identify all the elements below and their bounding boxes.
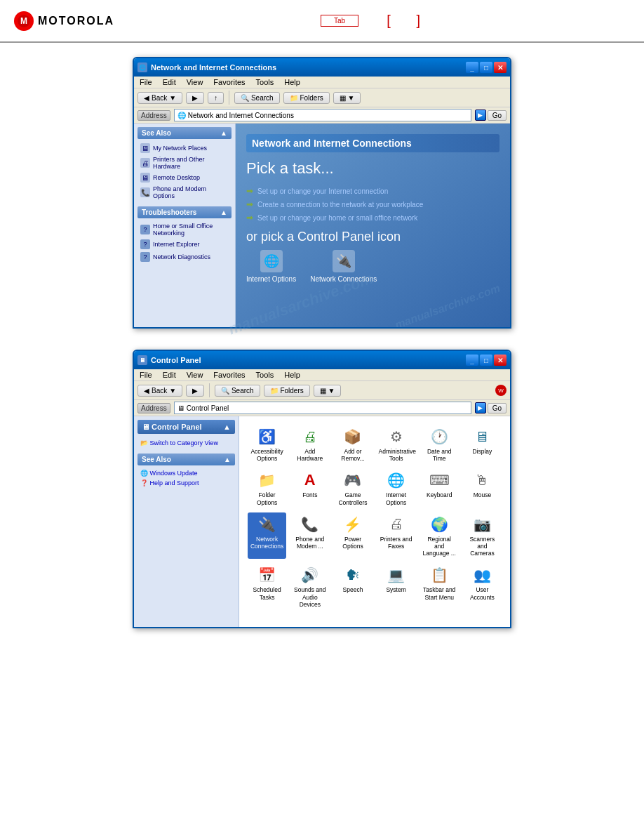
cp-icon-network-connections[interactable]: 🔌 Network Connections [248,512,286,560]
cp-icon-taskbar[interactable]: 📋 Taskbar and Start Menu [420,563,459,610]
back-button-1[interactable]: ◀Back▼ [137,92,182,104]
network-places-icon: 🖥 [140,143,150,153]
internet-options-icon[interactable]: 🌐 Internet Options [246,250,296,283]
cp-icon-fonts[interactable]: A Fonts [290,468,329,508]
cp-icon-folder-options[interactable]: 📁 Folder Options [248,468,286,508]
address-input-1[interactable]: 🌐 Network and Internet Connections [174,109,471,121]
address-label-1: Address [137,110,170,121]
speech-icon: 🗣 [343,565,363,585]
panel-icons: 🌐 Internet Options 🔌 Network Connections [246,250,499,283]
cp-icon-admin-tools[interactable]: ⚙ Administrative Tools [377,425,416,464]
menu-tools-1[interactable]: Tools [256,78,274,86]
cp-icon-regional[interactable]: 🌍 Regional and Language ... [420,512,459,560]
phone-modem-icon: 📞 [140,187,150,197]
minimize-button-2[interactable]: _ [466,355,478,366]
cp-icon-add-hardware[interactable]: 🖨 Add Hardware [290,425,329,464]
windows-update-link[interactable]: 🌐 Windows Update [137,468,235,478]
menu-help-2[interactable]: Help [284,371,300,379]
cp-icon-power[interactable]: ⚡ Power Options [333,512,372,560]
menubar-1: File Edit View Favorites Tools Help [134,77,510,88]
menu-file-1[interactable]: File [140,78,152,86]
switch-category-btn[interactable]: 📂 Switch to Category View [137,438,235,448]
back-button-2[interactable]: ◀Back▼ [137,385,182,397]
close-button-1[interactable]: ✕ [494,62,507,73]
address-go-2[interactable]: Go [488,403,507,413]
forward-button-1[interactable]: ▶ [186,92,204,104]
forward-button-2[interactable]: ▶ [186,385,204,397]
menu-favorites-2[interactable]: Favorites [213,371,245,379]
cp-icon-speech[interactable]: 🗣 Speech [333,563,372,610]
watermark: manualsarchive.com [393,282,502,329]
menu-file-2[interactable]: File [140,371,152,379]
motorola-icon: M [14,11,34,31]
folders-button-2[interactable]: 📁 Folders [264,385,310,397]
views-button-1[interactable]: ▦ ▼ [333,92,361,104]
cp-icon-system[interactable]: 💻 System [377,563,416,610]
pick-task-label: Pick a task... [246,159,499,178]
menu-tools-2[interactable]: Tools [256,371,274,379]
window2-body: 🖥 Control Panel ▲ 📂 Switch to Category V… [134,416,510,627]
cp-icon-user-accounts[interactable]: 👥 User Accounts [463,563,502,610]
cp-icon-accessibility[interactable]: ♿ Accessibility Options [248,425,286,464]
address-arrow-1[interactable]: ▶ [475,110,486,121]
cp-icon-printers-faxes[interactable]: 🖨 Printers and Faxes [377,512,416,560]
sidebar-ie-troubleshooter[interactable]: ? Internet Explorer [137,238,232,251]
sidebar-network-diag[interactable]: ? Network Diagnostics [137,251,232,263]
menu-favorites-1[interactable]: Favorites [213,78,245,86]
maximize-button-2[interactable]: □ [480,355,492,366]
minimize-button-1[interactable]: _ [466,62,478,73]
cp-icons-grid: ♿ Accessibility Options 🖨 Add Hardware 📦… [245,422,504,613]
network-connections-icon[interactable]: 🔌 Network Connections [310,250,377,283]
scheduled-tasks-icon: 📅 [257,565,277,585]
menu-edit-1[interactable]: Edit [163,78,176,86]
cp-icon-add-remove[interactable]: 📦 Add or Remov... [333,425,372,464]
system-icon: 💻 [387,565,406,585]
views-button-2[interactable]: ▦ ▼ [314,385,342,397]
menu-help-1[interactable]: Help [284,78,300,86]
cp-icon-scheduled-tasks[interactable]: 📅 Scheduled Tasks [248,563,286,610]
ie-icon: ? [140,239,150,249]
fonts-icon: A [300,470,320,490]
nic-main-panel: Network and Internet Connections Pick a … [236,124,510,327]
menu-view-2[interactable]: View [187,371,203,379]
search-button-2[interactable]: 🔍 Search [215,385,260,397]
cp-icon-display[interactable]: 🖥 Display [463,425,502,464]
cp-icon-scanners[interactable]: 📷 Scanners and Cameras [463,512,502,560]
search-button-1[interactable]: 🔍 Search [234,92,279,104]
maximize-button-1[interactable]: □ [480,62,492,73]
task-item-1[interactable]: ➡ Set up or change your Internet connect… [246,186,499,196]
cp-icon-datetime[interactable]: 🕐 Date and Time [420,425,459,464]
sidebar-phone-modem[interactable]: 📞 Phone and Modem Options [137,184,232,201]
menu-view-1[interactable]: View [187,78,203,86]
titlebar-buttons-2: _ □ ✕ [466,355,507,366]
sidebar-printers[interactable]: 🖨 Printers and Other Hardware [137,154,232,171]
motorola-logo: M MOTOROLA [14,11,114,31]
cp-icon-game-controllers[interactable]: 🎮 Game Controllers [333,468,372,508]
folders-button-1[interactable]: 📁 Folders [283,92,330,104]
help-support-link[interactable]: ❓ Help and Support [137,478,235,488]
titlebar-2-title: 🖥 Control Panel [137,355,201,365]
close-button-2[interactable]: ✕ [494,355,507,366]
cp-icon-sounds[interactable]: 🔊 Sounds and Audio Devices [290,563,329,610]
up-button-1[interactable]: ↑ [208,92,224,104]
address-input-2[interactable]: 🖥 Control Panel [174,402,471,414]
see-also-section: See Also ▲ 🖥 My Network Places 🖨 Printer… [137,127,232,201]
sidebar-remote-desktop[interactable]: 🖥 Remote Desktop [137,171,232,184]
cp-icon-phone-modem[interactable]: 📞 Phone and Modem ... [290,512,329,560]
titlebar-2: 🖥 Control Panel _ □ ✕ [134,351,510,369]
address-bar-1: Address 🌐 Network and Internet Connectio… [134,107,510,124]
task-item-2[interactable]: ➡ Create a connection to the network at … [246,199,499,209]
windows-logo-2: W [495,385,507,396]
task-item-3[interactable]: ➡ Set up or change your home or small of… [246,213,499,223]
menu-edit-2[interactable]: Edit [163,371,176,379]
header-tab[interactable]: Tab [321,15,358,27]
cp-icon-internet-options[interactable]: 🌐 Internet Options [377,468,416,508]
address-arrow-2[interactable]: ▶ [475,402,486,413]
cp-icon-keyboard[interactable]: ⌨ Keyboard [420,468,459,508]
phone-modem-icon-cp: 📞 [300,515,320,534]
cp-icon-mouse[interactable]: 🖱 Mouse [463,468,502,508]
regional-icon: 🌍 [429,515,449,534]
address-go-1[interactable]: Go [488,110,507,121]
sidebar-home-networking[interactable]: ? Home or Small Office Networking [137,221,232,238]
sidebar-my-network[interactable]: 🖥 My Network Places [137,142,232,154]
